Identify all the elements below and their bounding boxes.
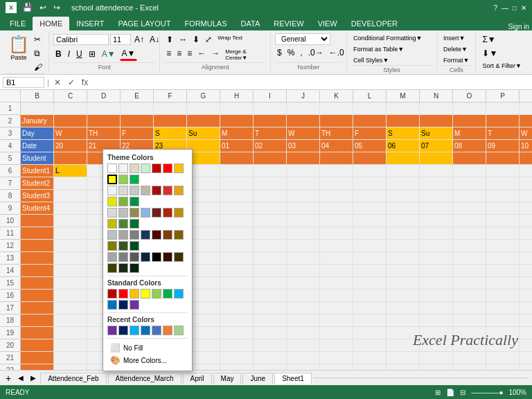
col-header-q[interactable]: Q <box>520 90 532 102</box>
recent-color-2[interactable] <box>118 326 128 335</box>
maximize-button[interactable]: □ <box>513 4 517 12</box>
clear-button[interactable]: Sort & Filter▼ <box>480 61 525 71</box>
zoom-level[interactable]: 100% <box>508 389 526 396</box>
std-color-7[interactable] <box>174 289 184 299</box>
cell-i1[interactable] <box>254 103 287 115</box>
cell-b2[interactable]: January <box>21 115 54 127</box>
cell-k6[interactable] <box>320 165 353 177</box>
cell-l9[interactable] <box>353 202 387 215</box>
color-r3-2[interactable] <box>118 208 128 218</box>
cell-b5[interactable]: Student <box>21 152 54 165</box>
conditional-formatting-button[interactable]: Conditional Formatting▼ <box>351 33 424 43</box>
cancel-formula-button[interactable]: ✕ <box>52 78 63 87</box>
recent-color-6[interactable] <box>163 326 172 335</box>
cell-c3[interactable]: W <box>54 127 87 140</box>
wrap-text-button[interactable]: Wrap Text <box>215 33 245 46</box>
color-r3-7[interactable] <box>174 208 184 218</box>
col-header-c[interactable]: C <box>54 90 87 102</box>
cell-l8[interactable] <box>353 190 387 202</box>
indent-increase-button[interactable]: → <box>209 47 222 62</box>
cell-o8[interactable] <box>453 190 486 202</box>
color-gold[interactable] <box>174 163 184 173</box>
cell-p1[interactable] <box>486 103 520 115</box>
cell-p7[interactable] <box>486 177 520 190</box>
color-r5-3[interactable] <box>130 252 139 262</box>
cell-c7[interactable] <box>54 177 87 190</box>
row-num-6[interactable]: 6 <box>0 165 20 177</box>
cell-b4[interactable]: Date <box>21 140 54 152</box>
cell-i4[interactable]: 02 <box>254 140 287 152</box>
cell-g1[interactable] <box>187 103 220 115</box>
format-as-table-button[interactable]: Format as Table▼ <box>351 44 424 54</box>
color-red[interactable] <box>163 163 172 173</box>
color-r4-8[interactable] <box>107 241 117 251</box>
indent-decrease-button[interactable]: ← <box>195 47 208 62</box>
color-r3-9[interactable] <box>118 219 128 229</box>
row-num-5[interactable]: 5 <box>0 152 20 165</box>
row-num-21[interactable]: 21 <box>0 352 20 364</box>
sheet-tab-june[interactable]: June <box>242 373 273 384</box>
color-r4-2[interactable] <box>118 230 128 240</box>
cell-j5[interactable] <box>287 152 320 165</box>
cell-i3[interactable]: T <box>254 127 287 140</box>
cell-h9[interactable] <box>220 202 254 215</box>
cell-m9[interactable] <box>387 202 420 215</box>
cell-l1[interactable] <box>353 103 387 115</box>
tab-developer[interactable]: DEVELOPER <box>344 17 405 30</box>
col-header-b[interactable]: B <box>21 90 54 102</box>
cell-j6[interactable] <box>287 165 320 177</box>
align-top-button[interactable]: ⬆ <box>164 33 175 46</box>
zoom-slider[interactable]: ————● <box>471 389 503 396</box>
cell-q8[interactable] <box>520 190 532 202</box>
decrease-decimal-button[interactable]: ←.0 <box>327 46 346 59</box>
cell-h2[interactable] <box>220 115 254 127</box>
cell-styles-button[interactable]: Cell Styles▼ <box>351 55 424 65</box>
cell-o4[interactable]: 08 <box>453 140 486 152</box>
cell-n8[interactable] <box>420 190 453 202</box>
more-colors-option[interactable]: 🎨 More Colors... <box>107 354 188 366</box>
number-format-select[interactable]: General Number Currency <box>275 33 330 45</box>
color-picker-dropdown[interactable]: Theme Colors <box>103 149 193 371</box>
sheet-tab-april[interactable]: April <box>183 373 212 384</box>
cell-j2[interactable] <box>287 115 320 127</box>
next-sheet-button[interactable]: ▶ <box>28 374 39 382</box>
color-r5-4[interactable] <box>141 252 150 262</box>
undo-qat-button[interactable]: ↩ <box>38 3 48 12</box>
row-num-16[interactable]: 16 <box>0 290 20 302</box>
row-num-22[interactable]: 22 <box>0 364 20 370</box>
minimize-button[interactable]: — <box>502 4 508 12</box>
cell-j1[interactable] <box>287 103 320 115</box>
color-r2-7[interactable] <box>174 186 184 195</box>
formula-input[interactable] <box>93 78 529 87</box>
cell-reference-input[interactable] <box>3 77 44 88</box>
cell-f1[interactable] <box>154 103 187 115</box>
cell-n5[interactable] <box>420 152 453 165</box>
insert-function-button[interactable]: fx <box>80 78 90 87</box>
copy-button[interactable]: ⧉ <box>32 47 44 60</box>
cell-h4[interactable]: 01 <box>220 140 254 152</box>
font-name-input[interactable] <box>53 34 109 45</box>
color-r2-3[interactable] <box>130 186 139 195</box>
format-painter-button[interactable]: 🖌 <box>32 61 44 73</box>
col-header-f[interactable]: F <box>154 90 187 102</box>
cell-m1[interactable] <box>387 103 420 115</box>
row-num-14[interactable]: 14 <box>0 265 20 277</box>
tab-formulas[interactable]: FORMULAS <box>177 17 233 30</box>
color-r4-1[interactable] <box>107 230 117 240</box>
cell-o3[interactable]: M <box>453 127 486 140</box>
view-normal-icon[interactable]: ⊞ <box>435 389 441 396</box>
row-num-18[interactable]: 18 <box>0 314 20 327</box>
color-r2-4[interactable] <box>141 186 150 195</box>
recent-color-3[interactable] <box>130 326 139 335</box>
col-header-l[interactable]: L <box>353 90 387 102</box>
cell-c2[interactable] <box>54 115 87 127</box>
confirm-formula-button[interactable]: ✓ <box>66 78 77 87</box>
row-num-1[interactable]: 1 <box>0 103 20 115</box>
view-page-break-icon[interactable]: ⊟ <box>460 389 466 396</box>
color-r5-1[interactable] <box>107 252 117 262</box>
cell-k3[interactable]: TH <box>320 127 353 140</box>
color-r2-1[interactable] <box>107 186 117 195</box>
row-num-13[interactable]: 13 <box>0 252 20 265</box>
sheet-tab-attendence-march[interactable]: Attendence_March <box>108 373 181 384</box>
color-tan[interactable] <box>130 163 139 173</box>
